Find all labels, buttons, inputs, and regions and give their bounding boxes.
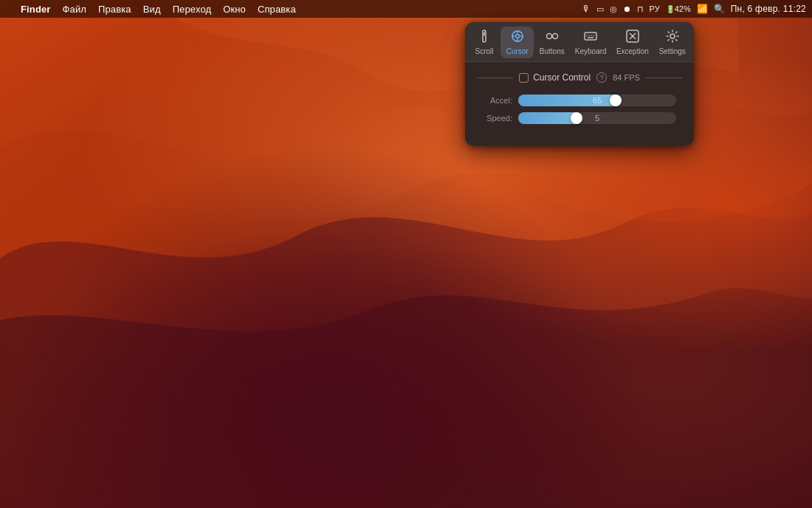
- svg-point-24: [670, 34, 675, 38]
- accel-slider-fill: [518, 95, 621, 106]
- svg-point-8: [515, 35, 519, 38]
- menu-go[interactable]: Переход: [173, 4, 212, 15]
- search-icon[interactable]: 🔍: [714, 4, 725, 14]
- cursor-control-row: Cursor Control ? 84 FPS: [477, 72, 682, 83]
- svg-rect-15: [585, 32, 596, 40]
- tab-settings[interactable]: Settings: [653, 27, 691, 58]
- cursor-icon: [511, 30, 524, 46]
- vpn-icon[interactable]: ◎: [610, 4, 617, 14]
- mic-icon[interactable]: 🎙: [582, 4, 591, 14]
- ru-label[interactable]: РУ: [650, 4, 660, 13]
- display-icon[interactable]: ▭: [596, 4, 604, 14]
- menu-window[interactable]: Окно: [223, 4, 246, 15]
- menu-view[interactable]: Вид: [143, 4, 161, 15]
- accel-slider-row: Accel: 65: [483, 95, 676, 106]
- menu-file[interactable]: Файл: [63, 4, 86, 15]
- speed-label: Speed:: [483, 114, 512, 123]
- accel-label: Accel:: [483, 96, 512, 105]
- app-name[interactable]: Finder: [21, 4, 51, 15]
- menubar: Finder Файл Правка Вид Переход Окно Спра…: [0, 0, 812, 18]
- svg-point-14: [552, 34, 557, 39]
- settings-icon: [666, 30, 679, 46]
- battery-level: 42%: [675, 4, 691, 13]
- cursor-control-label: Cursor Control: [533, 72, 591, 83]
- keyboard-icon: [584, 30, 597, 46]
- menubar-right: 🎙 ▭ ◎ ⏺ ⊓ РУ 🔋42% 📶 🔍 Пн, 6 февр. 11:22: [582, 4, 806, 14]
- popup-panel: Scroll Cursor: [465, 22, 694, 146]
- tab-bar: Scroll Cursor: [465, 22, 694, 62]
- menu-help[interactable]: Справка: [258, 4, 296, 15]
- speed-slider-value: 5: [595, 114, 599, 123]
- tab-exception-label: Exception: [616, 47, 649, 55]
- tab-scroll-label: Scroll: [475, 47, 494, 55]
- speed-slider-row: Speed: 5: [483, 112, 676, 124]
- menubar-left: Finder Файл Правка Вид Переход Окно Спра…: [6, 4, 296, 15]
- tab-cursor[interactable]: Cursor: [500, 27, 534, 58]
- help-icon[interactable]: ?: [596, 72, 607, 83]
- buttons-icon: [546, 30, 559, 46]
- tab-scroll[interactable]: Scroll: [468, 27, 500, 58]
- exception-icon: [626, 30, 639, 46]
- accel-slider-track[interactable]: 65: [518, 95, 676, 106]
- magnet-icon[interactable]: ⊓: [637, 4, 644, 14]
- speed-slider-track[interactable]: 5: [518, 112, 676, 124]
- sliders-area: Accel: 65 Speed: 5: [477, 92, 682, 133]
- tab-exception[interactable]: Exception: [611, 27, 653, 58]
- speed-slider-fill: [518, 112, 582, 124]
- tab-buttons[interactable]: Buttons: [534, 27, 570, 58]
- wifi-icon[interactable]: 📶: [697, 4, 708, 14]
- clock: Пн, 6 февр. 11:22: [731, 4, 806, 14]
- tab-cursor-label: Cursor: [506, 47, 529, 55]
- cursor-control-checkbox[interactable]: [519, 73, 529, 83]
- tab-buttons-label: Buttons: [540, 47, 565, 55]
- screenrecord-icon[interactable]: ⏺: [623, 4, 631, 13]
- tab-keyboard-label: Keyboard: [575, 47, 607, 55]
- fps-badge: 84 FPS: [613, 73, 640, 82]
- tab-settings-label: Settings: [659, 47, 686, 55]
- tab-keyboard[interactable]: Keyboard: [570, 27, 611, 58]
- battery-icon[interactable]: 🔋42%: [666, 4, 691, 13]
- menu-edit[interactable]: Правка: [98, 4, 131, 15]
- content-area: Cursor Control ? 84 FPS Accel: 65 Speed:…: [465, 62, 694, 146]
- cursor-control-toggle[interactable]: Cursor Control: [519, 72, 591, 83]
- scroll-icon: [478, 30, 491, 46]
- svg-point-13: [546, 34, 551, 39]
